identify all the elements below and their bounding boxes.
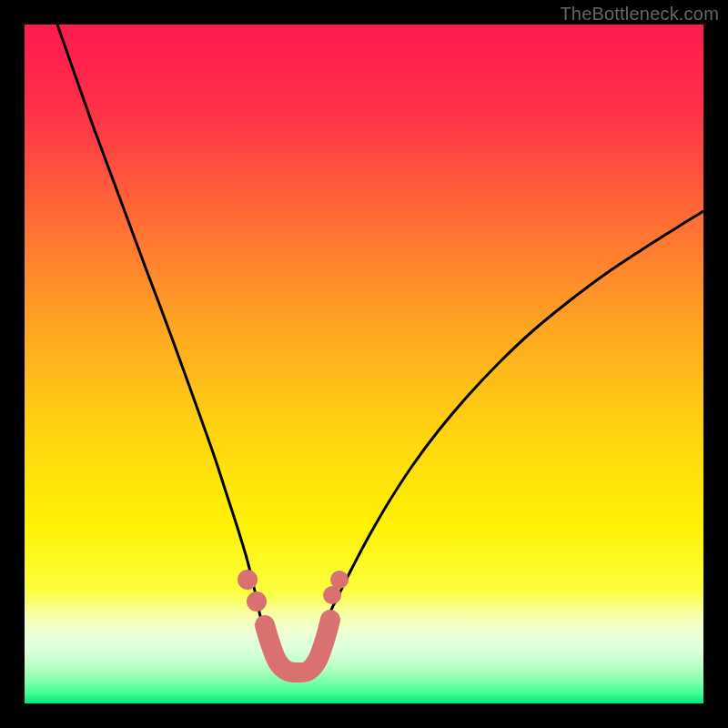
series-right-branch xyxy=(325,211,703,622)
marker-dot xyxy=(238,570,258,590)
marker-dot xyxy=(247,592,267,612)
marker-dot xyxy=(330,571,349,589)
watermark-text: TheBottleneck.com xyxy=(560,4,719,25)
series-trough-connector xyxy=(265,620,330,672)
series-left-branch xyxy=(57,25,263,622)
chart-curves xyxy=(25,25,703,703)
plot-area xyxy=(25,25,703,703)
marker-dot xyxy=(323,586,341,604)
